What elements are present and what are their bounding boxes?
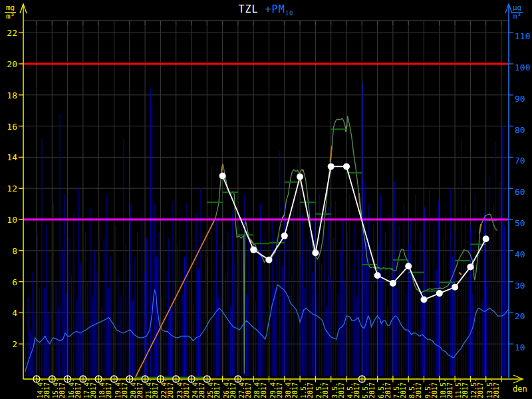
right-axis-unit-denominator: m³	[511, 13, 523, 21]
svg-text:110: 110	[515, 31, 530, 41]
svg-text:80: 80	[515, 125, 525, 135]
svg-text:2017: 2017	[291, 382, 299, 398]
svg-text:2017: 2017	[198, 382, 205, 398]
svg-text:40: 40	[515, 249, 525, 259]
svg-text:2017: 2017	[446, 382, 454, 398]
svg-text:16: 16	[7, 122, 17, 132]
title-pm10: +PM10	[265, 3, 294, 15]
title-pm10-subscript: 10	[285, 10, 294, 17]
svg-text:2017: 2017	[74, 382, 82, 398]
svg-text:30: 30	[515, 281, 525, 291]
svg-text:2017: 2017	[322, 382, 329, 398]
svg-text:10: 10	[7, 215, 17, 225]
svg-text:50: 50	[515, 218, 525, 228]
svg-text:2017: 2017	[415, 382, 422, 398]
svg-text:12: 12	[7, 184, 17, 194]
title-tzl: TZL	[238, 3, 258, 15]
svg-text:2017: 2017	[183, 382, 190, 398]
svg-text:2017: 2017	[90, 382, 97, 398]
svg-text:2017: 2017	[136, 382, 144, 398]
svg-text:2017: 2017	[276, 382, 283, 398]
svg-text:10: 10	[515, 342, 525, 352]
left-axis-unit-denominator: m³	[5, 13, 16, 21]
svg-text:2017: 2017	[353, 382, 360, 398]
svg-text:90: 90	[515, 94, 525, 104]
svg-text:2017: 2017	[368, 382, 376, 398]
svg-text:8: 8	[12, 246, 17, 256]
chart-window: 2468101214161820221020304050607080901001…	[0, 0, 532, 399]
svg-text:70: 70	[515, 156, 525, 166]
svg-text:60: 60	[515, 187, 525, 197]
svg-text:2017: 2017	[400, 382, 407, 398]
svg-text:2017: 2017	[43, 382, 51, 398]
svg-text:2017: 2017	[307, 382, 314, 398]
svg-text:2017: 2017	[260, 382, 267, 398]
svg-text:20: 20	[7, 59, 17, 69]
svg-text:2017: 2017	[167, 382, 174, 398]
x-axis-unit-label: den	[513, 384, 527, 394]
svg-text:2017: 2017	[245, 382, 252, 398]
svg-text:2017: 2017	[105, 382, 112, 398]
svg-text:2017: 2017	[493, 382, 500, 398]
svg-text:2017: 2017	[431, 382, 438, 398]
chart-title: TZL +PM10	[0, 3, 532, 17]
svg-text:22: 22	[7, 28, 17, 38]
svg-text:100: 100	[515, 63, 530, 72]
svg-text:18: 18	[7, 90, 17, 100]
svg-text:2017: 2017	[59, 382, 66, 398]
svg-text:4: 4	[12, 308, 17, 318]
svg-text:2017: 2017	[477, 382, 484, 398]
svg-text:2017: 2017	[384, 382, 392, 398]
svg-text:2: 2	[12, 339, 17, 349]
right-axis-unit: µg m³	[511, 4, 523, 21]
svg-text:2017: 2017	[338, 382, 345, 398]
title-pm10-text: +PM	[265, 3, 285, 15]
chart-canvas: 2468101214161820221020304050607080901001…	[0, 0, 532, 399]
svg-text:2017: 2017	[462, 382, 469, 398]
svg-text:2017: 2017	[152, 382, 159, 398]
svg-text:6: 6	[12, 277, 17, 287]
svg-text:14: 14	[7, 152, 17, 162]
svg-text:2017: 2017	[213, 382, 221, 398]
svg-text:20: 20	[515, 311, 525, 321]
svg-text:2017: 2017	[121, 382, 128, 398]
left-axis-unit: mg m³	[5, 4, 16, 21]
svg-text:2017: 2017	[229, 382, 237, 398]
